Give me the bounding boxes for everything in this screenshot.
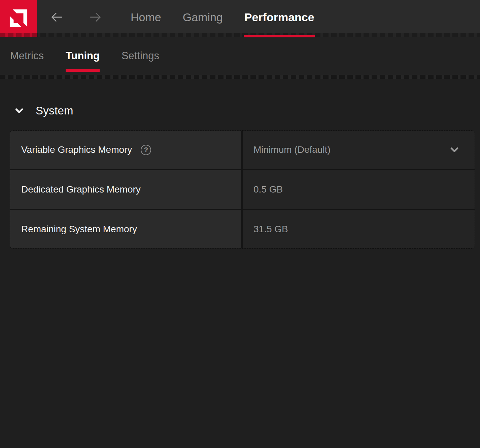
tab-metrics[interactable]: Metrics	[10, 37, 44, 75]
subtab-bar: Metrics Tuning Settings	[0, 37, 480, 75]
dropdown-selected-value: Minimum (Default)	[253, 144, 331, 155]
chevron-down-icon	[14, 106, 24, 116]
setting-label: Dedicated Graphics Memory	[21, 184, 141, 195]
setting-value: 0.5 GB	[253, 184, 283, 195]
section-title: System	[36, 104, 73, 117]
chevron-down-icon	[449, 144, 460, 155]
main-nav: Home Gaming Performance	[120, 0, 325, 37]
active-tab-underline	[244, 35, 315, 37]
table-row-remaining-system-memory: Remaining System Memory 31.5 GB	[10, 210, 475, 248]
tab-tuning[interactable]: Tuning	[66, 37, 100, 75]
active-subtab-underline	[66, 69, 100, 72]
tab-tuning-label: Tuning	[66, 50, 100, 62]
topbar: Home Gaming Performance	[0, 0, 480, 37]
content: System Variable Graphics Memory ? Minimu…	[0, 79, 480, 248]
setting-label-cell: Variable Graphics Memory ?	[10, 131, 241, 169]
forward-button[interactable]	[88, 10, 103, 25]
setting-label-cell: Remaining System Memory	[10, 210, 241, 248]
setting-label: Variable Graphics Memory	[21, 144, 132, 155]
setting-label: Remaining System Memory	[21, 224, 137, 235]
amd-logo	[0, 0, 37, 37]
nav-performance-label: Performance	[244, 11, 314, 24]
nav-gaming[interactable]: Gaming	[172, 0, 234, 37]
nav-home[interactable]: Home	[120, 0, 172, 37]
setting-value: 31.5 GB	[253, 224, 288, 235]
table-row-variable-graphics-memory: Variable Graphics Memory ? Minimum (Defa…	[10, 131, 475, 169]
tab-settings[interactable]: Settings	[122, 37, 159, 75]
variable-graphics-memory-dropdown[interactable]: Minimum (Default)	[243, 131, 475, 169]
section-header-system[interactable]: System	[14, 104, 73, 117]
dedicated-graphics-memory-value: 0.5 GB	[243, 170, 475, 209]
amd-arrow-icon	[9, 8, 28, 28]
back-button[interactable]	[49, 10, 64, 25]
nav-performance[interactable]: Performance	[234, 0, 325, 37]
arrow-right-icon	[89, 10, 102, 24]
separator	[0, 75, 480, 79]
arrow-left-icon	[50, 10, 63, 24]
table-row-dedicated-graphics-memory: Dedicated Graphics Memory 0.5 GB	[10, 170, 475, 209]
help-icon[interactable]: ?	[141, 145, 151, 155]
settings-table: Variable Graphics Memory ? Minimum (Defa…	[10, 131, 475, 248]
setting-label-cell: Dedicated Graphics Memory	[10, 170, 241, 209]
remaining-system-memory-value: 31.5 GB	[243, 210, 475, 248]
